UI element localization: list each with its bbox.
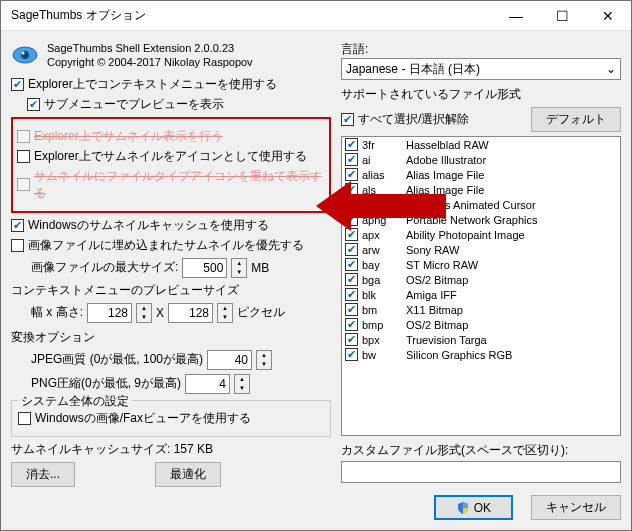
system-groupbox: システム全体の設定 Windowsの画像/Faxビューアを使用する bbox=[11, 400, 331, 437]
format-name: Adobe Illustrator bbox=[406, 154, 486, 166]
format-name: OS/2 Bitmap bbox=[406, 274, 468, 286]
px-label: ピクセル bbox=[237, 304, 285, 321]
format-name: ST Micro RAW bbox=[406, 259, 478, 271]
format-ext: bw bbox=[362, 349, 402, 361]
app-header: SageThumbs Shell Extension 2.0.0.23 Copy… bbox=[47, 41, 253, 70]
checkbox-icon bbox=[18, 412, 31, 425]
checkbox-icon: ✔ bbox=[345, 318, 358, 331]
format-name: Sony RAW bbox=[406, 244, 459, 256]
format-row[interactable]: ✔bayST Micro RAW bbox=[342, 257, 620, 272]
overlay-icon-checkbox[interactable]: サムネイルにファイルタイプアイコンを重ねて表示する bbox=[17, 168, 325, 202]
language-select[interactable]: Japanese - 日本語 (日本) ⌄ bbox=[341, 58, 621, 80]
checkbox-icon: ✔ bbox=[345, 288, 358, 301]
format-row[interactable]: ✔bwSilicon Graphics RGB bbox=[342, 347, 620, 362]
svg-point-2 bbox=[22, 52, 25, 55]
cancel-button[interactable]: キャンセル bbox=[531, 495, 621, 520]
cache-size-label: サムネイルキャッシュサイズ: 157 KB bbox=[11, 441, 331, 458]
maximize-button[interactable]: ☐ bbox=[539, 1, 585, 30]
png-spinner[interactable]: ▲▼ bbox=[234, 374, 250, 394]
format-row[interactable]: ✔blkAmiga IFF bbox=[342, 287, 620, 302]
shield-icon bbox=[456, 501, 470, 515]
format-ext: arw bbox=[362, 244, 402, 256]
jpeg-spinner[interactable]: ▲▼ bbox=[256, 350, 272, 370]
format-row[interactable]: ✔arwSony RAW bbox=[342, 242, 620, 257]
checkbox-icon: ✔ bbox=[341, 113, 354, 126]
format-name: Hasselblad RAW bbox=[406, 139, 489, 151]
max-size-unit: MB bbox=[251, 261, 269, 275]
checkbox-icon: ✔ bbox=[345, 258, 358, 271]
checkbox-icon: ✔ bbox=[345, 348, 358, 361]
format-name: Silicon Graphics RGB bbox=[406, 349, 512, 361]
convert-label: 変換オプション bbox=[11, 329, 331, 346]
language-label: 言語: bbox=[341, 41, 621, 58]
format-row[interactable]: ✔bpxTruevision Targa bbox=[342, 332, 620, 347]
checkbox-icon bbox=[11, 239, 24, 252]
format-ext: ai bbox=[362, 154, 402, 166]
checkbox-icon: ✔ bbox=[11, 219, 24, 232]
width-spinner[interactable]: ▲▼ bbox=[136, 303, 152, 323]
checkbox-icon: ✔ bbox=[345, 153, 358, 166]
max-size-spinner[interactable]: ▲▼ bbox=[231, 258, 247, 278]
format-row[interactable]: ✔bmX11 Bitmap bbox=[342, 302, 620, 317]
max-size-input[interactable] bbox=[182, 258, 227, 278]
checkbox-icon bbox=[17, 178, 30, 191]
checkbox-icon: ✔ bbox=[345, 333, 358, 346]
svg-marker-3 bbox=[316, 181, 446, 231]
system-label: システム全体の設定 bbox=[18, 393, 132, 410]
width-input[interactable] bbox=[87, 303, 132, 323]
format-name: X11 Bitmap bbox=[406, 304, 463, 316]
supported-formats-label: サポートされているファイル形式 bbox=[341, 86, 621, 103]
checkbox-icon bbox=[17, 130, 30, 143]
ok-button[interactable]: OK bbox=[434, 495, 513, 520]
format-ext: blk bbox=[362, 289, 402, 301]
format-ext: bga bbox=[362, 274, 402, 286]
submenu-preview-checkbox[interactable]: ✔ サブメニューでプレビューを表示 bbox=[27, 96, 331, 113]
checkbox-icon: ✔ bbox=[345, 273, 358, 286]
default-button[interactable]: デフォルト bbox=[531, 107, 621, 132]
format-ext: bay bbox=[362, 259, 402, 271]
format-name: OS/2 Bitmap bbox=[406, 319, 468, 331]
context-menu-checkbox[interactable]: ✔ Explorer上でコンテキストメニューを使用する bbox=[11, 76, 331, 93]
jpeg-label: JPEG画質 (0が最低, 100が最高) bbox=[31, 351, 203, 368]
format-row[interactable]: ✔3frHasselblad RAW bbox=[342, 137, 620, 152]
format-name: Truevision Targa bbox=[406, 334, 487, 346]
custom-format-input[interactable] bbox=[341, 461, 621, 483]
checkbox-icon: ✔ bbox=[11, 78, 24, 91]
icon-thumb-checkbox[interactable]: Explorer上でサムネイルをアイコンとして使用する bbox=[17, 148, 325, 165]
format-ext: bpx bbox=[362, 334, 402, 346]
checkbox-icon: ✔ bbox=[345, 243, 358, 256]
format-ext: bm bbox=[362, 304, 402, 316]
minimize-button[interactable]: — bbox=[493, 1, 539, 30]
product-line: SageThumbs Shell Extension 2.0.0.23 bbox=[47, 41, 253, 55]
embedded-thumb-checkbox[interactable]: 画像ファイルに埋め込まれたサムネイルを優先する bbox=[11, 237, 331, 254]
checkbox-icon: ✔ bbox=[345, 303, 358, 316]
format-name: Amiga IFF bbox=[406, 289, 457, 301]
checkbox-icon: ✔ bbox=[27, 98, 40, 111]
select-all-checkbox[interactable]: ✔ すべて選択/選択解除 bbox=[341, 111, 469, 128]
checkbox-icon: ✔ bbox=[345, 138, 358, 151]
format-row[interactable]: ✔bmpOS/2 Bitmap bbox=[342, 317, 620, 332]
thumb-display-checkbox[interactable]: Explorer上でサムネイル表示を行う bbox=[17, 128, 325, 145]
app-icon bbox=[11, 41, 39, 69]
optimize-button[interactable]: 最適化 bbox=[155, 462, 221, 487]
copyright-line: Copyright © 2004-2017 Nikolay Raspopov bbox=[47, 55, 253, 69]
jpeg-input[interactable] bbox=[207, 350, 252, 370]
png-label: PNG圧縮(0が最低, 9が最高) bbox=[31, 375, 181, 392]
clear-button[interactable]: 消去... bbox=[11, 462, 75, 487]
win-viewer-checkbox[interactable]: Windowsの画像/Faxビューアを使用する bbox=[18, 410, 324, 427]
height-spinner[interactable]: ▲▼ bbox=[217, 303, 233, 323]
format-ext: 3fr bbox=[362, 139, 402, 151]
format-ext: bmp bbox=[362, 319, 402, 331]
height-input[interactable] bbox=[168, 303, 213, 323]
close-button[interactable]: ✕ bbox=[585, 1, 631, 30]
checkbox-icon bbox=[17, 150, 30, 163]
format-row[interactable]: ✔aiAdobe Illustrator bbox=[342, 152, 620, 167]
format-row[interactable]: ✔bgaOS/2 Bitmap bbox=[342, 272, 620, 287]
arrow-annotation bbox=[316, 176, 446, 236]
win-cache-checkbox[interactable]: ✔ Windowsのサムネイルキャッシュを使用する bbox=[11, 217, 331, 234]
png-input[interactable] bbox=[185, 374, 230, 394]
titlebar: SageThumbs オプション — ☐ ✕ bbox=[1, 1, 631, 31]
custom-format-label: カスタムファイル形式(スペースで区切り): bbox=[341, 442, 621, 459]
wh-label: 幅 x 高さ: bbox=[31, 304, 83, 321]
window-title: SageThumbs オプション bbox=[11, 7, 493, 24]
